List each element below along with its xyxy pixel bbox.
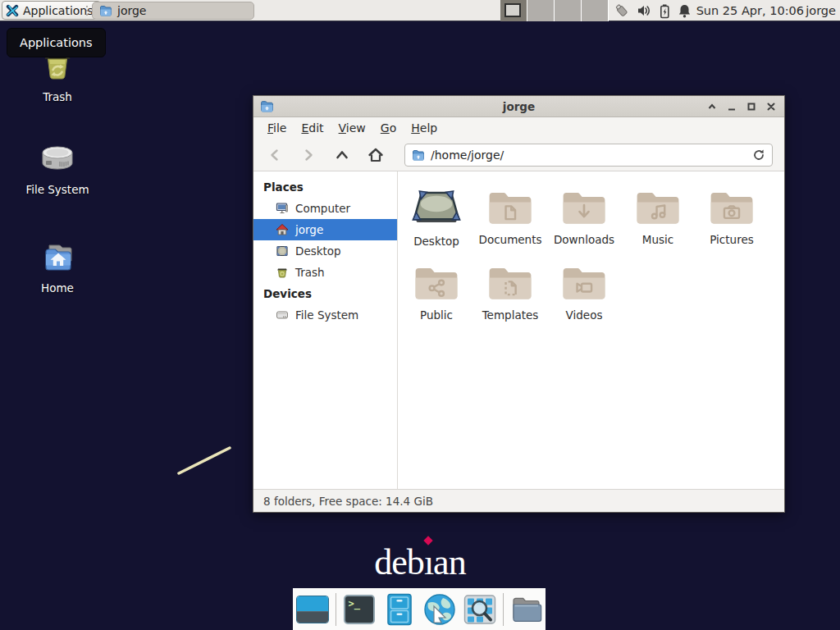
volume-icon[interactable] (637, 3, 652, 18)
web-browser-launcher[interactable] (422, 593, 457, 626)
debian-logo-text: an (433, 542, 466, 582)
show-desktop-button[interactable] (295, 593, 330, 626)
file-item-videos[interactable]: Videos (547, 262, 621, 337)
menu-view[interactable]: View (331, 119, 373, 137)
toolbar: /home/jorge/ (253, 139, 784, 171)
debian-logo-text: deb (374, 542, 424, 582)
workspace-1[interactable] (500, 0, 527, 21)
reload-icon[interactable] (752, 148, 765, 162)
panel-handle[interactable] (84, 5, 89, 16)
home-icon (276, 223, 289, 236)
folder-public-icon (413, 262, 460, 303)
app-finder-launcher[interactable] (463, 593, 497, 626)
sidebar-item-label: Computer (295, 202, 350, 215)
window-title: jorge (253, 100, 784, 113)
sidebar-item-label: jorge (295, 223, 323, 236)
path-folder-icon (412, 148, 425, 162)
menu-go[interactable]: Go (373, 119, 404, 137)
window-titlebar[interactable]: jorge (253, 96, 784, 117)
sidebar: Places Computer (253, 171, 398, 489)
file-item-label: Public (420, 308, 453, 322)
file-manager-launcher[interactable] (382, 593, 417, 626)
file-view[interactable]: Desktop Documents (398, 171, 784, 489)
desktop-icon (276, 244, 289, 258)
system-tray (614, 0, 692, 21)
file-item-label: Templates (482, 308, 539, 322)
debian-logo: debıan (0, 541, 840, 583)
file-item-pictures[interactable]: Pictures (695, 186, 769, 262)
folder-gray-icon (510, 594, 543, 625)
desktop-special-icon (411, 186, 462, 229)
folder-videos-icon (560, 262, 608, 303)
location-bar[interactable]: /home/jorge/ (404, 144, 773, 167)
sidebar-item-label: Desktop (295, 244, 341, 258)
home-button[interactable] (368, 147, 384, 163)
sidebar-item-file-system[interactable]: File System (253, 304, 397, 326)
desktop-icon-label: File System (25, 183, 89, 196)
close-button[interactable] (765, 102, 776, 112)
panel-username[interactable]: jorge (806, 0, 836, 21)
file-item-label: Videos (566, 308, 603, 322)
menubar: File Edit View Go Help (253, 117, 784, 139)
menu-file[interactable]: File (260, 119, 294, 137)
file-item-documents[interactable]: Documents (473, 186, 547, 262)
path-text[interactable]: /home/jorge/ (431, 148, 746, 162)
show-desktop-icon (296, 596, 329, 623)
workspace-switcher (500, 0, 609, 21)
sidebar-item-label: File System (295, 308, 358, 322)
file-item-label: Pictures (710, 233, 753, 246)
minimize-button[interactable] (726, 102, 737, 112)
file-item-label: Music (642, 233, 673, 246)
file-item-music[interactable]: Music (621, 186, 695, 262)
file-item-label: Documents (479, 233, 542, 246)
workspace-2[interactable] (527, 0, 555, 21)
shade-button[interactable] (706, 102, 717, 112)
bell-icon[interactable] (678, 3, 692, 19)
statusbar: 8 folders, Free space: 14.4 GiB (253, 489, 784, 512)
workspace-4[interactable] (582, 0, 609, 21)
sidebar-item-desktop[interactable]: Desktop (253, 240, 397, 262)
menu-help[interactable]: Help (404, 119, 445, 137)
maximize-button[interactable] (746, 102, 756, 112)
folder-templates-icon (486, 262, 534, 303)
sidebar-item-computer[interactable]: Computer (253, 198, 397, 219)
desktop-icon-file-system[interactable]: File System (21, 139, 94, 196)
dock-separator (336, 593, 336, 626)
tooltip-text: Applications (20, 36, 93, 49)
workspace-3[interactable] (555, 0, 582, 21)
sidebar-item-jorge[interactable]: jorge (253, 219, 397, 240)
desktop-icon-label: Trash (43, 90, 72, 103)
forward-button[interactable] (300, 147, 317, 163)
taskbar-window-button[interactable]: jorge (92, 2, 254, 20)
file-item-public[interactable]: Public (399, 262, 473, 337)
dock: >_ (293, 588, 546, 630)
app-finder-icon (463, 593, 496, 626)
dock-separator (503, 593, 504, 626)
file-cabinet-icon (386, 593, 413, 626)
removable-media-icon[interactable] (614, 2, 630, 19)
computer-icon (276, 202, 289, 215)
menu-edit[interactable]: Edit (294, 119, 331, 137)
applications-tooltip: Applications (7, 28, 106, 57)
battery-icon[interactable] (659, 3, 671, 19)
sidebar-places-header: Places (253, 176, 397, 198)
terminal-launcher[interactable]: >_ (342, 593, 377, 626)
back-button[interactable] (267, 147, 283, 163)
hard-drive-icon (38, 139, 77, 179)
panel-clock[interactable]: Sun 25 Apr, 10:06 (696, 0, 804, 21)
file-item-templates[interactable]: Templates (473, 262, 547, 337)
file-manager-window: jorge File Edit View Go Help (253, 95, 785, 513)
file-item-desktop[interactable]: Desktop (399, 186, 473, 262)
up-button[interactable] (334, 147, 350, 163)
folder-icon (99, 4, 112, 17)
home-folder-icon (38, 238, 77, 277)
folder-documents-icon (486, 186, 534, 227)
drive-small-icon (276, 308, 289, 322)
directory-menu-button[interactable] (509, 593, 544, 626)
taskbar-window-label: jorge (117, 4, 146, 17)
file-item-downloads[interactable]: Downloads (547, 186, 621, 262)
sidebar-item-trash[interactable]: Trash (253, 262, 397, 283)
desktop-icon-home[interactable]: Home (21, 238, 94, 294)
folder-pictures-icon (708, 186, 756, 227)
web-browser-globe-icon (423, 593, 456, 626)
